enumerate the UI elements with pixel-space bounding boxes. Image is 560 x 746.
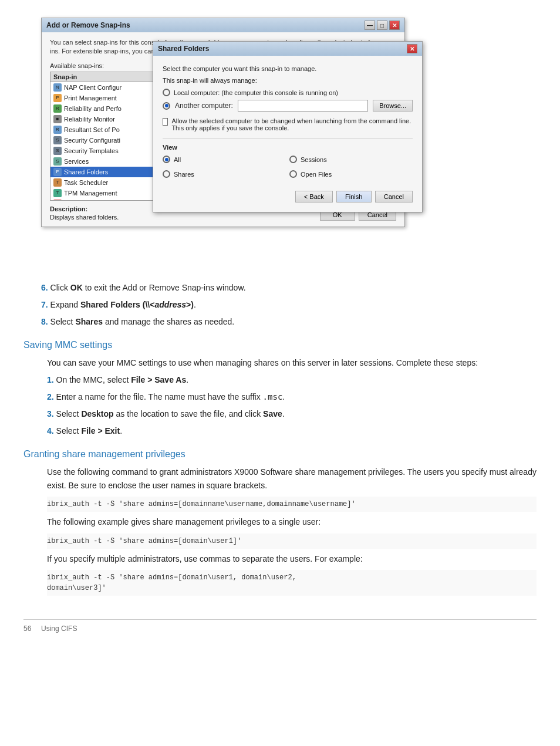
- saving-step-3: 3. Select Desktop as the location to sav…: [47, 408, 537, 420]
- saving-section-body: You can save your MMC settings to use wh…: [47, 356, 537, 437]
- resultant-icon: R: [53, 126, 62, 134]
- reliability-icon: R: [53, 104, 62, 113]
- maximize-button[interactable]: □: [377, 21, 387, 30]
- secconfig-icon: S: [53, 136, 62, 144]
- granting-body1: Use the following command to grant admin…: [47, 465, 537, 492]
- granting-heading: Granting share management privileges: [23, 449, 537, 460]
- sessions-option[interactable]: Sessions: [289, 156, 413, 163]
- granting-code1: ibrix_auth -t -S 'share admins=[domainna…: [47, 497, 537, 512]
- list-item[interactable]: N NAP Client Configur: [50, 82, 155, 93]
- view-section: View All Sessions Shares: [163, 139, 413, 181]
- reliabmon-icon: ■: [53, 115, 62, 123]
- list-item[interactable]: ■ Reliability Monitor: [50, 114, 155, 124]
- shares-label: Shares: [174, 171, 194, 178]
- dialogs-container: Add or Remove Snap-ins — □ ✕ You can sel…: [23, 12, 537, 264]
- step-8: 8. Select Shares and manage the shares a…: [41, 316, 537, 328]
- footer-page: 56: [23, 625, 31, 633]
- outer-dialog-title: Add or Remove Snap-ins: [46, 21, 130, 29]
- inner-cancel-button[interactable]: Cancel: [375, 191, 413, 202]
- sessions-label: Sessions: [301, 156, 327, 163]
- all-label: All: [174, 156, 181, 163]
- checkbox-text: Allow the selected computer to be change…: [171, 117, 413, 131]
- finish-button[interactable]: Finish: [336, 191, 372, 202]
- granting-code2: ibrix_auth -t -S 'share admins=[domain\u…: [47, 534, 537, 549]
- view-label: View: [163, 144, 413, 151]
- all-option[interactable]: All: [163, 156, 286, 163]
- always-manage: This snap-in will always manage:: [163, 77, 413, 84]
- list-item[interactable]: S Services: [50, 156, 155, 167]
- granting-section-body: Use the following command to grant admin…: [47, 465, 537, 596]
- list-item[interactable]: S Security Templates: [50, 146, 155, 156]
- shared-folders-item[interactable]: F Shared Folders: [50, 167, 155, 177]
- computer-input[interactable]: [238, 100, 368, 112]
- view-options: All Sessions Shares Open Files: [163, 156, 413, 181]
- main-content: 6. Click OK to exit the Add or Remove Sn…: [23, 276, 537, 639]
- task-icon: T: [53, 178, 62, 187]
- another-option-label: Another computer:: [175, 102, 233, 110]
- description-value: Displays shared folders.: [50, 214, 119, 221]
- minimize-button[interactable]: —: [365, 21, 375, 30]
- allow-checkbox[interactable]: [163, 118, 168, 126]
- inner-dialog-title-bar: Shared Folders ✕: [153, 42, 422, 56]
- print-icon: P: [53, 94, 62, 102]
- step-6: 6. Click OK to exit the Add or Remove Sn…: [41, 282, 537, 294]
- firewall-icon: W: [53, 200, 62, 201]
- inner-title-buttons: ✕: [407, 44, 417, 53]
- list-item[interactable]: S Security Configurati: [50, 135, 155, 146]
- outer-dialog-title-buttons: — □ ✕: [365, 21, 400, 30]
- inner-dialog-body: Select the computer you want this snap-i…: [153, 56, 422, 212]
- inner-close-button[interactable]: ✕: [407, 44, 417, 53]
- open-files-label: Open Files: [301, 171, 332, 178]
- shares-option[interactable]: Shares: [163, 170, 286, 178]
- granting-code3: ibrix_auth -t -S 'share admins=[domain\u…: [47, 570, 537, 596]
- open-files-option[interactable]: Open Files: [289, 170, 413, 178]
- outer-dialog-title-bar: Add or Remove Snap-ins — □ ✕: [42, 18, 404, 32]
- step-7: 7. Expand Shared Folders (\\<address>).: [41, 299, 537, 311]
- saving-steps: 1. On the MMC, select File > Save As. 2.…: [47, 374, 537, 437]
- snap-in-list: Snap-in N NAP Client Configur P Print Ma…: [50, 72, 156, 201]
- granting-body3: If you specify multiple administrators, …: [47, 552, 537, 565]
- another-computer-row: Another computer: Browse...: [163, 100, 413, 112]
- list-item[interactable]: T Task Scheduler: [50, 177, 155, 188]
- list-item[interactable]: T TPM Management: [50, 188, 155, 198]
- sessions-radio[interactable]: [289, 156, 297, 163]
- prompt-text: Select the computer you want this snap-i…: [163, 65, 413, 72]
- step-list-1: 6. Click OK to exit the Add or Remove Sn…: [41, 282, 537, 328]
- list-item[interactable]: P Print Management: [50, 93, 155, 103]
- sectemplates-icon: S: [53, 147, 62, 155]
- inner-dialog: Shared Folders ✕ Select the computer you…: [153, 41, 423, 212]
- footer: 56 Using CIFS: [23, 619, 537, 633]
- description-label: Description:: [50, 205, 119, 212]
- shares-radio[interactable]: [163, 170, 170, 178]
- another-radio[interactable]: [163, 102, 170, 110]
- saving-step-4: 4. Select File > Exit.: [47, 425, 537, 437]
- description-area: Description: Displays shared folders.: [50, 205, 119, 221]
- list-item[interactable]: R Reliability and Perfo: [50, 103, 155, 114]
- saving-heading: Saving MMC settings: [23, 340, 537, 350]
- back-button[interactable]: < Back: [295, 191, 333, 202]
- list-item[interactable]: W Windows Firewall wi: [50, 198, 155, 201]
- close-button[interactable]: ✕: [389, 21, 400, 30]
- browse-button[interactable]: Browse...: [373, 100, 413, 112]
- all-radio[interactable]: [163, 156, 170, 163]
- saving-step-2: 2. Enter a name for the file. The name m…: [47, 391, 537, 403]
- page-content: Add or Remove Snap-ins — □ ✕ You can sel…: [23, 12, 537, 639]
- open-files-radio[interactable]: [289, 170, 297, 178]
- inner-dialog-title: Shared Folders: [158, 45, 209, 53]
- footer-section: Using CIFS: [41, 625, 77, 633]
- saving-step-1: 1. On the MMC, select File > Save As.: [47, 374, 537, 386]
- local-computer-option[interactable]: Local computer: (the computer this conso…: [163, 89, 413, 96]
- checkbox-option: Allow the selected computer to be change…: [163, 117, 413, 131]
- saving-body: You can save your MMC settings to use wh…: [47, 356, 537, 369]
- services-icon: S: [53, 157, 62, 166]
- inner-bottom-buttons: < Back Finish Cancel: [163, 191, 413, 202]
- granting-body2: The following example gives share manage…: [47, 515, 537, 528]
- list-header: Snap-in: [50, 72, 155, 82]
- sharedfolders-icon: F: [53, 168, 62, 176]
- local-option-label: Local computer: (the computer this conso…: [174, 89, 338, 96]
- tpm-icon: T: [53, 189, 62, 197]
- list-item[interactable]: R Resultant Set of Po: [50, 124, 155, 135]
- local-radio[interactable]: [163, 89, 170, 96]
- nap-icon: N: [53, 83, 62, 92]
